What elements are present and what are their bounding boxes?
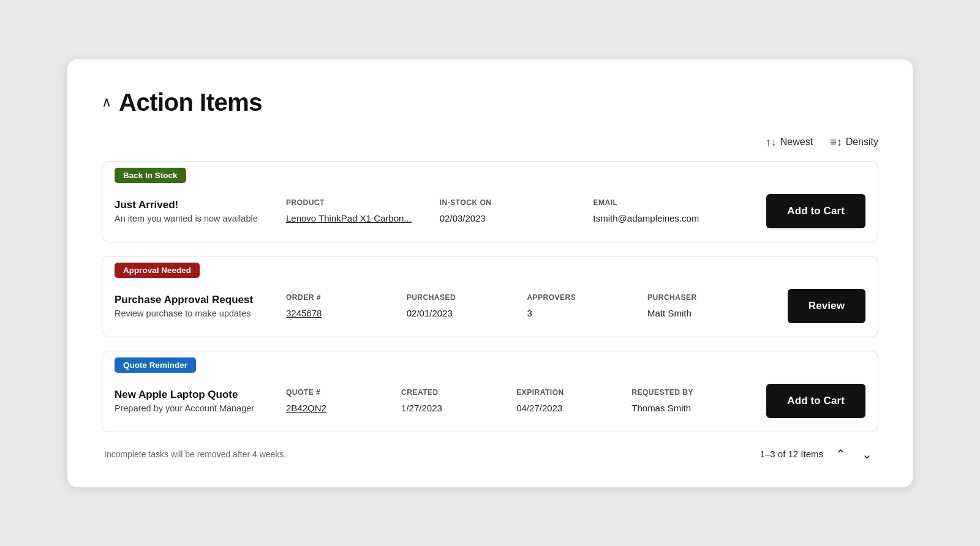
field-label: EMAIL [594, 198, 747, 207]
card-fields: ORDER # 3245678 PURCHASED 02/01/2023 APP… [286, 293, 768, 319]
action-card: Quote Reminder New Apple Laptop Quote Pr… [102, 351, 878, 432]
card-main-title: Just Arrived! [115, 199, 286, 211]
field-label: APPROVERS [527, 293, 647, 302]
card-fields: QUOTE # 2B42QN2 CREATED 1/27/2023 EXPIRA… [286, 388, 747, 414]
density-button[interactable]: ≡↕ Density [830, 136, 878, 149]
field-label: QUOTE # [286, 388, 401, 397]
card-field: EXPIRATION 04/27/2023 [516, 388, 631, 414]
card-main-subtitle: Review purchase to make updates [115, 309, 286, 318]
prev-page-button[interactable]: ⌃ [832, 446, 850, 463]
field-value-link[interactable]: Lenovo ThinkPad X1 Carbon... [286, 213, 412, 223]
card-field: CREATED 1/27/2023 [401, 388, 516, 414]
card-main-info: New Apple Laptop Quote Prepared by your … [115, 389, 286, 413]
field-label: PURCHASED [407, 293, 527, 302]
card-main-subtitle: An item you wanted is now available [115, 214, 286, 223]
field-label: PRODUCT [286, 198, 440, 207]
sort-label: Newest [780, 136, 813, 148]
field-label: IN-STOCK ON [440, 198, 594, 207]
next-page-button[interactable]: ⌄ [858, 446, 876, 463]
card-field: EMAIL tsmith@adampleines.com [594, 198, 747, 224]
card-action: Review [788, 289, 865, 323]
card-badge: Back In Stock [115, 168, 186, 183]
sort-button[interactable]: ↑↓ Newest [766, 136, 813, 149]
sort-icon: ↑↓ [766, 136, 777, 149]
card-action-button[interactable]: Add to Cart [766, 384, 865, 418]
cards-container: Back In Stock Just Arrived! An item you … [102, 161, 878, 432]
pagination-info: 1–3 of 12 Items [760, 449, 823, 459]
card-field: PRODUCT Lenovo ThinkPad X1 Carbon... [286, 198, 440, 224]
card-field: PURCHASER Matt Smith [647, 293, 768, 319]
field-label: CREATED [401, 388, 516, 397]
card-action: Add to Cart [766, 194, 865, 228]
card-action-button[interactable]: Add to Cart [766, 194, 865, 228]
density-label: Density [846, 136, 878, 148]
collapse-icon[interactable]: ∧ [102, 94, 111, 110]
toolbar: ↑↓ Newest ≡↕ Density [102, 136, 878, 149]
field-value: Matt Smith [647, 308, 692, 318]
card-field: ORDER # 3245678 [286, 293, 407, 319]
card-main-title: Purchase Approval Request [115, 294, 286, 306]
card-body: New Apple Laptop Quote Prepared by your … [102, 373, 878, 432]
card-badge-row: Back In Stock [102, 162, 878, 183]
card-main-info: Purchase Approval Request Review purchas… [115, 294, 286, 318]
field-value: tsmith@adampleines.com [594, 213, 699, 223]
page-header: ∧ Action Items [102, 89, 878, 116]
field-value: 02/03/2023 [440, 213, 486, 223]
card-badge-row: Quote Reminder [102, 351, 878, 373]
card-fields: PRODUCT Lenovo ThinkPad X1 Carbon... IN-… [286, 198, 747, 224]
card-field: IN-STOCK ON 02/03/2023 [440, 198, 594, 224]
action-card: Approval Needed Purchase Approval Reques… [102, 256, 878, 337]
card-badge-row: Approval Needed [102, 256, 878, 278]
card-action: Add to Cart [766, 384, 865, 418]
card-main-subtitle: Prepared by your Account Manager [115, 403, 286, 413]
field-value: Thomas Smith [631, 403, 691, 413]
pagination: 1–3 of 12 Items ⌃ ⌄ [760, 446, 876, 463]
field-value-link[interactable]: 3245678 [286, 308, 322, 318]
field-value-link[interactable]: 2B42QN2 [286, 403, 326, 413]
action-card: Back In Stock Just Arrived! An item you … [102, 161, 878, 242]
card-body: Purchase Approval Request Review purchas… [102, 278, 878, 337]
card-main-title: New Apple Laptop Quote [115, 389, 286, 401]
field-label: REQUESTED BY [631, 388, 747, 397]
field-label: ORDER # [286, 293, 407, 302]
field-value: 04/27/2023 [516, 403, 562, 413]
card-field: APPROVERS 3 [527, 293, 647, 319]
footer-row: Incomplete tasks will be removed after 4… [102, 446, 878, 463]
field-value: 02/01/2023 [407, 308, 453, 318]
field-label: PURCHASER [647, 293, 768, 302]
card-badge: Quote Reminder [115, 357, 196, 373]
footer-note: Incomplete tasks will be removed after 4… [104, 449, 286, 459]
card-body: Just Arrived! An item you wanted is now … [102, 183, 878, 242]
card-field: REQUESTED BY Thomas Smith [631, 388, 747, 414]
card-field: PURCHASED 02/01/2023 [407, 293, 527, 319]
card-action-button[interactable]: Review [788, 289, 865, 323]
card-main-info: Just Arrived! An item you wanted is now … [115, 199, 286, 223]
card-badge: Approval Needed [115, 263, 200, 278]
field-value: 3 [527, 308, 532, 318]
density-icon: ≡↕ [830, 136, 842, 149]
page-title: Action Items [119, 89, 262, 116]
main-card: ∧ Action Items ↑↓ Newest ≡↕ Density Back… [67, 59, 913, 487]
field-label: EXPIRATION [516, 388, 631, 397]
card-field: QUOTE # 2B42QN2 [286, 388, 401, 414]
field-value: 1/27/2023 [401, 403, 442, 413]
